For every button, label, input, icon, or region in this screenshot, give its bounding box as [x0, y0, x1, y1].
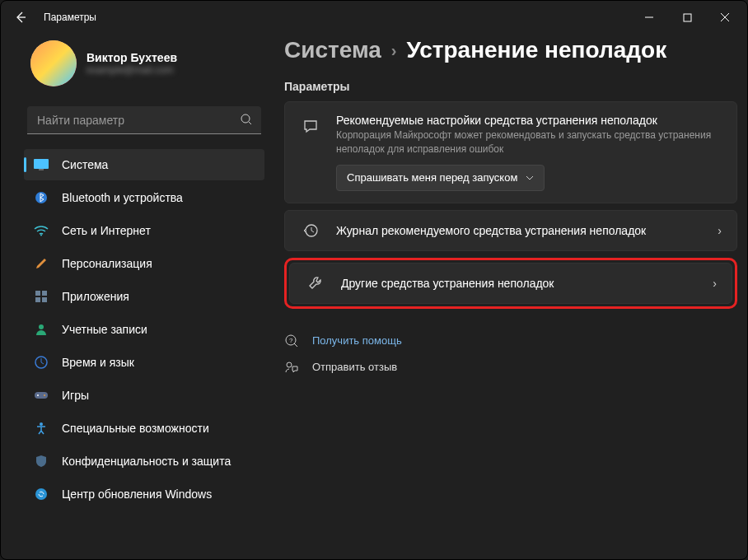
feedback-icon — [284, 360, 301, 375]
svg-point-13 — [37, 394, 39, 396]
chevron-right-icon: › — [713, 277, 717, 290]
settings-window: Параметры Виктор Бухтеев example@mail.co… — [0, 0, 748, 560]
svg-rect-3 — [39, 169, 44, 170]
person-icon — [34, 322, 49, 337]
svg-rect-7 — [42, 291, 47, 296]
wifi-icon — [34, 223, 49, 238]
accessibility-icon — [34, 421, 49, 436]
user-name: Виктор Бухтеев — [86, 51, 177, 64]
section-label: Параметры — [284, 80, 737, 93]
sidebar-item-label: Bluetooth и устройства — [62, 191, 183, 204]
bluetooth-icon — [34, 190, 49, 205]
user-email: example@mail.com — [86, 64, 177, 76]
svg-point-5 — [40, 235, 42, 236]
get-help-link[interactable]: ? Получить помощь — [284, 334, 737, 348]
close-button[interactable] — [706, 4, 744, 30]
gamepad-icon — [34, 388, 49, 403]
other-troubleshooters-card[interactable]: Другие средства устранения неполадок › — [289, 263, 732, 304]
history-icon — [300, 222, 321, 239]
sidebar-item-label: Учетные записи — [62, 323, 147, 336]
sidebar: Виктор Бухтеев example@mail.com Система … — [24, 34, 264, 549]
sidebar-item-apps[interactable]: Приложения — [24, 281, 264, 312]
search-icon — [240, 113, 253, 126]
content-area: Виктор Бухтеев example@mail.com Система … — [1, 34, 747, 559]
arrow-left-icon — [14, 11, 27, 24]
highlight-box: Другие средства устранения неполадок › — [284, 258, 737, 309]
chat-icon — [300, 119, 321, 135]
history-title: Журнал рекомендуемого средства устранени… — [336, 224, 703, 237]
wrench-icon — [305, 275, 326, 292]
svg-point-14 — [44, 394, 45, 396]
svg-point-1 — [241, 114, 250, 123]
breadcrumb-parent[interactable]: Система — [284, 37, 381, 63]
brush-icon — [34, 256, 49, 271]
nav: Система Bluetooth и устройства Сеть и Ин… — [24, 149, 264, 510]
sidebar-item-label: Время и язык — [62, 356, 134, 369]
chevron-right-icon: › — [391, 41, 397, 60]
shield-icon — [34, 454, 49, 469]
svg-rect-6 — [35, 291, 40, 296]
search-box[interactable] — [27, 106, 261, 134]
apps-icon — [34, 289, 49, 304]
window-title: Параметры — [44, 12, 96, 23]
recommended-dropdown[interactable]: Спрашивать меня перед запуском — [336, 165, 545, 191]
breadcrumb: Система › Устранение неполадок — [284, 34, 737, 73]
close-icon — [720, 12, 730, 22]
sidebar-item-accounts[interactable]: Учетные записи — [24, 314, 264, 345]
svg-point-20 — [287, 362, 292, 367]
search-input[interactable] — [27, 106, 261, 134]
update-icon — [34, 487, 49, 502]
feedback-link-text: Отправить отзыв — [312, 361, 397, 373]
recommended-settings-card: Рекомендуемые настройки средства устране… — [284, 101, 737, 203]
window-controls — [630, 4, 744, 30]
sidebar-item-gaming[interactable]: Игры — [24, 380, 264, 411]
sidebar-item-label: Игры — [62, 389, 89, 402]
helper-links: ? Получить помощь Отправить отзыв — [284, 334, 737, 375]
sidebar-item-accessibility[interactable]: Специальные возможности — [24, 413, 264, 444]
svg-rect-9 — [42, 297, 47, 302]
chevron-down-icon — [526, 175, 534, 180]
sidebar-item-label: Приложения — [62, 290, 129, 303]
maximize-button[interactable] — [668, 4, 706, 30]
sidebar-item-label: Конфиденциальность и защита — [62, 455, 231, 468]
svg-rect-12 — [35, 392, 48, 399]
sidebar-item-label: Центр обновления Windows — [62, 488, 212, 501]
sidebar-item-system[interactable]: Система — [24, 149, 264, 180]
main-panel: Система › Устранение неполадок Параметры… — [264, 34, 737, 549]
sidebar-item-time-language[interactable]: Время и язык — [24, 347, 264, 378]
sidebar-item-label: Система — [62, 158, 108, 171]
recommended-title: Рекомендуемые настройки средства устране… — [336, 114, 722, 127]
send-feedback-link[interactable]: Отправить отзыв — [284, 360, 737, 375]
chevron-right-icon: › — [718, 224, 722, 237]
sidebar-item-label: Персонализация — [62, 257, 152, 270]
globe-clock-icon — [34, 355, 49, 370]
sidebar-item-update[interactable]: Центр обновления Windows — [24, 478, 264, 510]
system-icon — [34, 157, 49, 172]
svg-point-10 — [39, 324, 44, 329]
help-icon: ? — [284, 334, 301, 348]
help-link-text[interactable]: Получить помощь — [312, 334, 402, 347]
sidebar-item-label: Сеть и Интернет — [62, 224, 151, 237]
titlebar: Параметры — [1, 1, 747, 34]
svg-rect-2 — [34, 159, 49, 169]
svg-point-15 — [40, 422, 43, 426]
svg-rect-8 — [35, 297, 40, 302]
minimize-button[interactable] — [630, 4, 668, 30]
page-title: Устранение неполадок — [407, 37, 667, 63]
user-block[interactable]: Виктор Бухтеев example@mail.com — [24, 34, 264, 101]
recommended-desc: Корпорация Майкрософт может рекомендоват… — [336, 128, 722, 156]
history-card[interactable]: Журнал рекомендуемого средства устранени… — [284, 210, 737, 251]
sidebar-item-bluetooth[interactable]: Bluetooth и устройства — [24, 182, 264, 213]
other-title: Другие средства устранения неполадок — [341, 277, 698, 290]
avatar — [30, 40, 77, 86]
sidebar-item-privacy[interactable]: Конфиденциальность и защита — [24, 446, 264, 477]
minimize-icon — [644, 12, 654, 22]
sidebar-item-network[interactable]: Сеть и Интернет — [24, 215, 264, 246]
sidebar-item-personalization[interactable]: Персонализация — [24, 248, 264, 279]
svg-point-16 — [35, 488, 47, 500]
svg-text:?: ? — [289, 337, 293, 344]
maximize-icon — [683, 13, 692, 22]
sidebar-item-label: Специальные возможности — [62, 422, 209, 435]
back-button[interactable] — [4, 1, 37, 34]
svg-rect-0 — [684, 14, 691, 21]
